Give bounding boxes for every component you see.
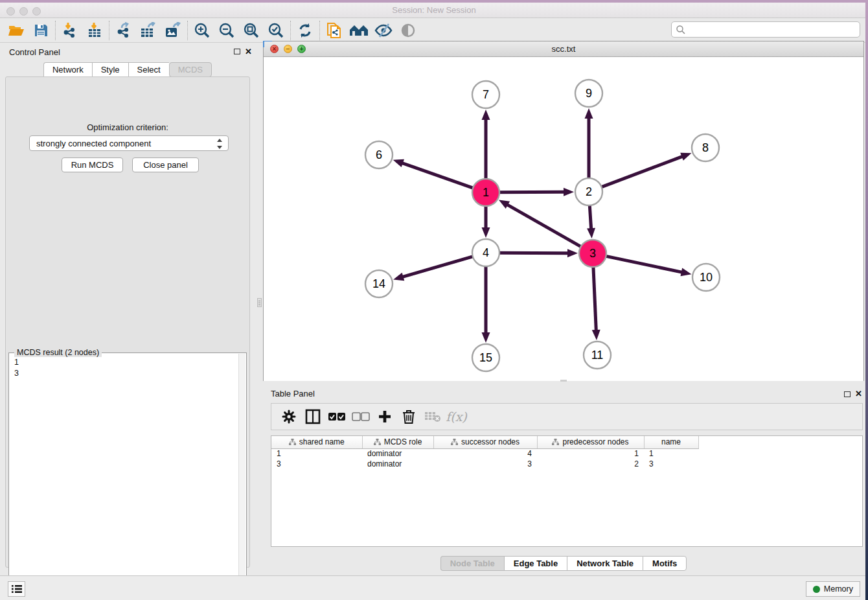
edge-4-3[interactable] — [499, 253, 569, 253]
float-panel-icon[interactable] — [234, 49, 240, 54]
gear-icon[interactable] — [277, 406, 301, 428]
column-type-icon — [451, 439, 458, 445]
edge-1-6[interactable] — [402, 163, 473, 188]
select-stepper-icon — [216, 139, 223, 149]
network-window: × − + scc.txt 7968124314101511 — [263, 41, 864, 381]
export-image-icon[interactable] — [161, 20, 185, 41]
node-label-8: 8 — [702, 141, 709, 154]
window-title: Session: New Session — [0, 5, 868, 15]
node-label-4: 4 — [483, 246, 489, 259]
delete-column-icon[interactable] — [420, 406, 444, 428]
node-label-15: 15 — [479, 351, 492, 364]
tab-select[interactable]: Select — [128, 62, 169, 77]
table-row[interactable]: 3dominator323 — [271, 459, 698, 469]
desktop-edge-top — [0, 0, 868, 3]
column-header-shared-name[interactable]: shared name — [271, 436, 362, 448]
node-label-7: 7 — [483, 88, 489, 101]
column-header-predecessor-nodes[interactable]: predecessor nodes — [537, 436, 644, 448]
open-folder-icon[interactable] — [4, 20, 29, 41]
delete-icon[interactable] — [396, 406, 420, 428]
show-hidden-icon[interactable] — [396, 20, 420, 41]
optimization-value: strongly connected component — [36, 139, 151, 148]
zoom-in-icon[interactable] — [190, 20, 214, 41]
tab-edge-table[interactable]: Edge Table — [504, 556, 567, 571]
table-panel-title: Table Panel — [271, 389, 315, 398]
refresh-icon[interactable] — [293, 20, 317, 41]
column-header-successor-nodes[interactable]: successor nodes — [433, 436, 537, 448]
main-titlebar: Session: New Session — [0, 3, 868, 18]
deselect-all-icon[interactable] — [348, 406, 372, 428]
first-neighbors-icon[interactable] — [347, 20, 371, 41]
edge-3-1[interactable] — [507, 204, 581, 246]
arrowhead-icon — [592, 330, 600, 340]
search-box[interactable] — [671, 21, 860, 38]
tab-style[interactable]: Style — [92, 62, 128, 77]
arrowhead-icon — [393, 159, 404, 167]
run-mcds-button[interactable]: Run MCDS — [62, 157, 123, 172]
table-float-icon[interactable] — [844, 391, 851, 397]
hide-selected-icon[interactable] — [371, 20, 396, 41]
node-label-1: 1 — [483, 186, 489, 199]
edge-2-8[interactable] — [602, 156, 683, 187]
task-history-button[interactable] — [8, 581, 25, 597]
new-network-from-selection-icon[interactable] — [322, 20, 347, 41]
columns-icon[interactable] — [301, 406, 325, 428]
node-table[interactable]: shared nameMCDS rolesuccessor nodesprede… — [271, 435, 863, 547]
node-table-header: shared nameMCDS rolesuccessor nodesprede… — [271, 436, 698, 448]
result-scrollbar[interactable] — [238, 354, 246, 599]
tab-network-table[interactable]: Network Table — [567, 556, 643, 571]
edge-2-3[interactable] — [589, 205, 591, 229]
control-panel-title: Control Panel — [9, 47, 60, 57]
save-icon[interactable] — [29, 20, 53, 41]
edge-4-14[interactable] — [402, 257, 473, 277]
network-window-title: scc.txt — [264, 44, 863, 54]
zoom-out-icon[interactable] — [214, 20, 239, 41]
tab-network[interactable]: Network — [43, 62, 92, 77]
arrowhead-icon — [680, 268, 691, 277]
memory-button[interactable]: Memory — [806, 581, 860, 597]
tab-node-table[interactable]: Node Table — [440, 556, 504, 571]
function-builder-label: f(x) — [446, 410, 467, 424]
status-bar: Memory — [0, 575, 868, 600]
network-window-titlebar[interactable]: × − + scc.txt — [264, 41, 863, 57]
arrowhead-icon — [567, 249, 578, 257]
search-input[interactable] — [686, 25, 848, 34]
export-table-icon[interactable] — [136, 20, 161, 41]
network-canvas[interactable]: 7968124314101511 — [264, 57, 863, 381]
zoom-selected-icon[interactable] — [264, 20, 288, 41]
zoom-fit-icon[interactable] — [239, 20, 264, 41]
tab-motifs[interactable]: Motifs — [643, 556, 687, 571]
function-builder-icon[interactable]: f(x) — [444, 406, 468, 428]
node-table-body: 1dominator4113dominator323 — [271, 448, 698, 469]
network-graph: 7968124314101511 — [264, 57, 863, 381]
column-header-name[interactable]: name — [644, 436, 698, 448]
edge-1-2[interactable] — [499, 192, 565, 192]
tab-mcds[interactable]: MCDS — [169, 62, 212, 77]
add-icon[interactable] — [372, 406, 396, 428]
column-type-icon — [374, 439, 381, 445]
close-panel-button[interactable]: Close panel — [132, 157, 199, 172]
node-label-9: 9 — [586, 87, 592, 100]
memory-label: Memory — [824, 584, 853, 594]
table-tabs: Node TableEdge TableNetwork TableMotifs — [263, 556, 864, 571]
toolbar-separator — [109, 21, 109, 40]
edge-3-10[interactable] — [606, 256, 683, 272]
table-panel: Table Panel ✕ f(x) shared nameMCDS rol — [263, 386, 864, 575]
select-all-icon[interactable] — [325, 406, 348, 428]
edge-3-11[interactable] — [593, 267, 596, 331]
toolbar-separator — [319, 21, 320, 40]
splitter-grip[interactable] — [257, 298, 262, 307]
import-table-icon[interactable] — [82, 20, 107, 41]
control-panel-tabs: NetworkStyleSelectMCDS — [0, 62, 255, 77]
column-header-MCDS-role[interactable]: MCDS role — [362, 436, 433, 448]
export-network-icon[interactable] — [111, 20, 136, 41]
close-panel-icon[interactable]: ✕ — [245, 47, 252, 56]
mcds-result-title: MCDS result (2 nodes) — [14, 348, 102, 357]
table-close-icon[interactable]: ✕ — [855, 389, 862, 398]
optimization-select[interactable]: strongly connected component — [29, 135, 229, 151]
column-type-icon — [552, 439, 559, 445]
canvas-resize-grip[interactable] — [560, 380, 567, 382]
arrowhead-icon — [393, 273, 404, 281]
import-network-icon[interactable] — [58, 20, 82, 41]
table-row[interactable]: 1dominator411 — [271, 448, 698, 459]
